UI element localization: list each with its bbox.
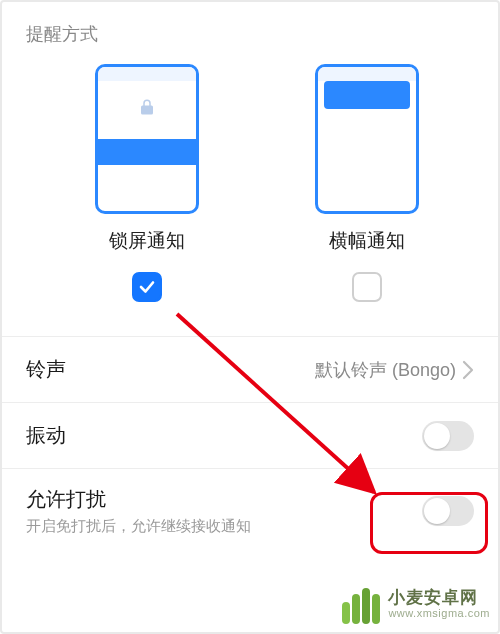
lockscreen-notification-bar <box>98 139 196 165</box>
row-vibrate: 振动 <box>2 402 498 468</box>
checkbox-unchecked-icon <box>352 272 382 302</box>
option-lockscreen-checkbox[interactable] <box>132 272 162 302</box>
option-banner[interactable]: 横幅通知 <box>292 64 442 306</box>
option-banner-checkbox[interactable] <box>352 272 382 306</box>
lockscreen-preview <box>95 64 199 214</box>
row-ringtone-title: 铃声 <box>26 356 66 383</box>
chevron-right-icon <box>462 360 474 380</box>
preview-statusbar <box>98 67 196 81</box>
section-title: 提醒方式 <box>2 2 498 54</box>
settings-notification-page: 提醒方式 锁屏通知 横幅通知 <box>0 0 500 634</box>
banner-notification-bar <box>324 81 410 109</box>
row-allow-interrupt-title: 允许打扰 <box>26 486 251 513</box>
row-ringtone-value: 默认铃声 (Bongo) <box>315 358 456 382</box>
lock-icon <box>98 97 196 117</box>
alert-style-options: 锁屏通知 横幅通知 <box>2 54 498 306</box>
option-lockscreen-label: 锁屏通知 <box>109 228 185 254</box>
row-vibrate-title: 振动 <box>26 422 66 449</box>
option-banner-label: 横幅通知 <box>329 228 405 254</box>
checkbox-checked-icon <box>132 272 162 302</box>
preview-statusbar <box>318 67 416 81</box>
switch-knob <box>424 498 450 524</box>
switch-allow-interrupt[interactable] <box>422 496 474 526</box>
watermark-icon <box>342 584 382 624</box>
row-allow-interrupt-subtitle: 开启免打扰后，允许继续接收通知 <box>26 517 251 536</box>
banner-preview <box>315 64 419 214</box>
switch-vibrate[interactable] <box>422 421 474 451</box>
watermark-logo: 小麦安卓网 www.xmsigma.com <box>342 584 490 624</box>
option-lockscreen[interactable]: 锁屏通知 <box>72 64 222 306</box>
watermark-url: www.xmsigma.com <box>388 607 490 619</box>
row-ringtone[interactable]: 铃声 默认铃声 (Bongo) <box>2 336 498 402</box>
settings-list: 铃声 默认铃声 (Bongo) 振动 允许打扰 开启免打扰后，允 <box>2 336 498 552</box>
watermark-title: 小麦安卓网 <box>388 589 490 608</box>
row-allow-interrupt: 允许打扰 开启免打扰后，允许继续接收通知 <box>2 468 498 552</box>
switch-knob <box>424 423 450 449</box>
